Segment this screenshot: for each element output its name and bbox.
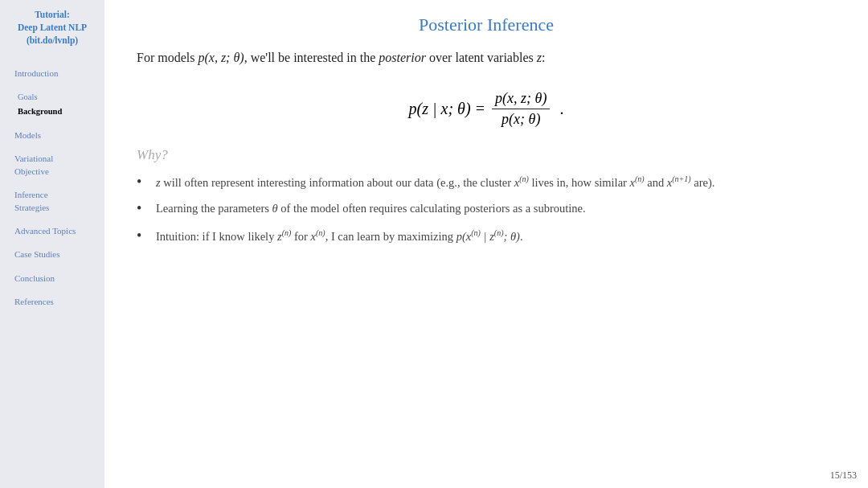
- slide-number: 15/153: [830, 470, 857, 482]
- main-content: Posterior Inference For models p(x, z; θ…: [104, 0, 868, 488]
- sidebar-logo: Tutorial: Deep Latent NLP (bit.do/lvnlp): [13, 8, 92, 47]
- sidebar-item-models[interactable]: Models: [8, 128, 96, 143]
- sidebar-item-introduction[interactable]: Introduction: [8, 66, 96, 81]
- bullet-list: • z will often represent interesting inf…: [137, 173, 836, 253]
- sidebar-item-inference[interactable]: Inference Strategies: [8, 187, 96, 215]
- bullet-text-2: Learning the parameters θ of the model o…: [156, 199, 586, 217]
- formula-block: p(z | x; θ) = p(x, z; θ) p(x; θ) .: [137, 90, 836, 128]
- slide-title: Posterior Inference: [137, 14, 836, 35]
- list-item: • Intuition: if I know likely z(n) for x…: [137, 227, 836, 245]
- sidebar-item-background[interactable]: Background: [8, 105, 96, 120]
- sidebar-nav: Introduction Goals Background Models Var…: [0, 64, 104, 311]
- bullet-text-3: Intuition: if I know likely z(n) for x(n…: [156, 227, 523, 245]
- sidebar-item-conclusion[interactable]: Conclusion: [8, 271, 96, 286]
- list-item: • z will often represent interesting inf…: [137, 173, 836, 191]
- sidebar-item-variational[interactable]: Variational Objective: [8, 151, 96, 179]
- list-item: • Learning the parameters θ of the model…: [137, 199, 836, 218]
- sidebar: Tutorial: Deep Latent NLP (bit.do/lvnlp)…: [0, 0, 104, 488]
- sidebar-item-advanced[interactable]: Advanced Topics: [8, 223, 96, 239]
- intro-text: For models p(x, z; θ), we'll be interest…: [137, 48, 836, 68]
- sidebar-item-casestudies[interactable]: Case Studies: [8, 247, 96, 262]
- logo-line1: Tutorial: Deep Latent NLP (bit.do/lvnlp): [18, 8, 87, 47]
- bullet-dot: •: [137, 173, 151, 191]
- sidebar-item-references[interactable]: References: [8, 294, 96, 310]
- bullet-dot: •: [137, 227, 151, 245]
- sidebar-item-goals[interactable]: Goals: [8, 90, 96, 105]
- why-heading: Why?: [137, 147, 836, 163]
- bullet-dot: •: [137, 199, 151, 218]
- bullet-text-1: z will often represent interesting infor…: [156, 173, 714, 191]
